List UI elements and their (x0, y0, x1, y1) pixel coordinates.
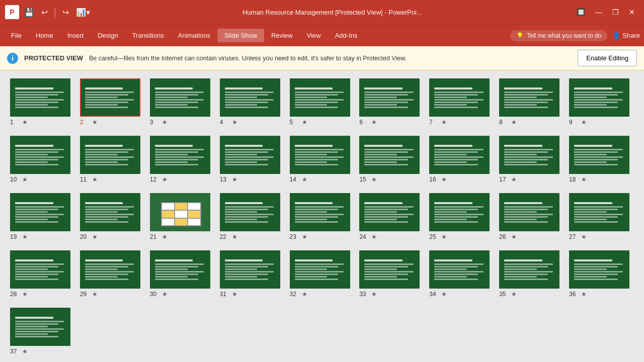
slide-item-37[interactable]: 37 ★ (10, 308, 75, 355)
menu-home[interactable]: Home (29, 29, 60, 42)
star-icon[interactable]: ★ (232, 233, 237, 240)
star-icon[interactable]: ★ (22, 291, 28, 298)
slide-thumbnail[interactable] (359, 78, 420, 117)
slide-item-29[interactable]: 29 ★ (80, 250, 145, 298)
minimize-button[interactable]: — (591, 7, 606, 17)
star-icon[interactable]: ★ (92, 233, 98, 240)
slide-thumbnail[interactable] (10, 78, 70, 117)
slide-item-13[interactable]: 13 ★ (220, 136, 285, 183)
slide-item-19[interactable]: 19 ★ (10, 193, 75, 240)
slide-thumbnail[interactable] (499, 193, 559, 231)
slide-item-12[interactable]: 12 ★ (150, 136, 215, 183)
star-icon[interactable]: ★ (371, 176, 377, 183)
star-icon[interactable]: ★ (441, 233, 447, 240)
slide-thumbnail[interactable] (569, 136, 629, 174)
enable-editing-button[interactable]: Enable Editing (578, 50, 637, 66)
slide-thumbnail[interactable] (150, 136, 210, 174)
slide-thumbnail[interactable] (359, 193, 420, 231)
slide-thumbnail[interactable] (10, 308, 70, 346)
slide-thumbnail[interactable] (150, 193, 210, 231)
slide-thumbnail[interactable] (290, 250, 350, 289)
star-icon[interactable]: ★ (302, 176, 307, 183)
slide-thumbnail[interactable] (429, 78, 490, 117)
slide-item-4[interactable]: 4 ★ (220, 78, 285, 126)
slide-thumbnail[interactable] (150, 250, 210, 289)
redo-button[interactable]: ↪ (60, 7, 71, 18)
star-icon[interactable]: ★ (92, 119, 98, 126)
slide-thumbnail[interactable] (359, 250, 420, 289)
slide-thumbnail[interactable] (429, 136, 490, 174)
slide-item-28[interactable]: 28 ★ (10, 250, 75, 298)
star-icon[interactable]: ★ (232, 119, 237, 126)
slide-thumbnail[interactable] (569, 78, 629, 117)
star-icon[interactable]: ★ (92, 176, 98, 183)
slide-thumbnail[interactable] (220, 78, 280, 117)
star-icon[interactable]: ★ (22, 176, 28, 183)
tell-me-button[interactable]: 💡 Tell me what you want to do (510, 30, 607, 41)
slide-item-33[interactable]: 33 ★ (359, 250, 424, 298)
star-icon[interactable]: ★ (441, 176, 447, 183)
star-icon[interactable]: ★ (162, 119, 168, 126)
slide-item-36[interactable]: 36 ★ (569, 250, 634, 298)
slide-item-24[interactable]: 24 ★ (359, 193, 424, 240)
slide-thumbnail[interactable] (290, 193, 350, 231)
slide-item-20[interactable]: 20 ★ (80, 193, 145, 240)
slide-thumbnail[interactable] (499, 136, 559, 174)
slide-item-31[interactable]: 31 ★ (220, 250, 285, 298)
menu-transitions[interactable]: Transitions (125, 29, 171, 42)
slide-item-23[interactable]: 23 ★ (290, 193, 355, 240)
star-icon[interactable]: ★ (511, 119, 517, 126)
slide-item-8[interactable]: 8 ★ (499, 78, 564, 126)
menu-animations[interactable]: Animations (171, 29, 217, 42)
slide-item-18[interactable]: 18 ★ (569, 136, 634, 183)
slide-item-10[interactable]: 10 ★ (10, 136, 75, 183)
star-icon[interactable]: ★ (162, 176, 168, 183)
slide-item-22[interactable]: 22 ★ (220, 193, 285, 240)
slide-thumbnail[interactable] (80, 250, 140, 289)
slide-item-5[interactable]: 5 ★ (290, 78, 355, 126)
star-icon[interactable]: ★ (22, 119, 28, 126)
star-icon[interactable]: ★ (162, 233, 168, 240)
slide-thumbnail[interactable] (220, 193, 280, 231)
slide-item-11[interactable]: 11 ★ (80, 136, 145, 183)
star-icon[interactable]: ★ (371, 119, 377, 126)
slide-item-14[interactable]: 14 ★ (290, 136, 355, 183)
star-icon[interactable]: ★ (511, 176, 517, 183)
star-icon[interactable]: ★ (581, 176, 587, 183)
slide-thumbnail[interactable] (10, 136, 70, 174)
slide-thumbnail[interactable] (569, 250, 629, 289)
undo-button[interactable]: ↩ (39, 7, 50, 18)
menu-review[interactable]: Review (264, 29, 300, 42)
menu-view[interactable]: View (300, 29, 328, 42)
star-icon[interactable]: ★ (232, 291, 237, 298)
slide-item-25[interactable]: 25 ★ (429, 193, 494, 240)
slide-thumbnail[interactable] (80, 136, 140, 174)
star-icon[interactable]: ★ (441, 119, 447, 126)
save-button[interactable]: 💾 (22, 7, 36, 18)
slide-item-15[interactable]: 15 ★ (359, 136, 424, 183)
restore-button[interactable]: ❐ (608, 7, 623, 17)
slide-item-30[interactable]: 30 ★ (150, 250, 215, 298)
slide-thumbnail[interactable] (429, 250, 490, 289)
slide-item-16[interactable]: 16 ★ (429, 136, 494, 183)
star-icon[interactable]: ★ (371, 233, 377, 240)
slide-item-27[interactable]: 27 ★ (569, 193, 634, 240)
star-icon[interactable]: ★ (302, 233, 307, 240)
star-icon[interactable]: ★ (511, 233, 517, 240)
slide-item-1[interactable]: 1 ★ (10, 78, 75, 126)
star-icon[interactable]: ★ (581, 233, 587, 240)
slide-thumbnail[interactable] (80, 78, 140, 117)
slide-item-3[interactable]: 3 ★ (150, 78, 215, 126)
slide-item-35[interactable]: 35 ★ (499, 250, 564, 298)
menu-file[interactable]: File (4, 29, 29, 42)
slide-item-2[interactable]: 2 ★ (80, 78, 145, 126)
slide-thumbnail[interactable] (569, 193, 629, 231)
menu-addins[interactable]: Add-Ins (328, 29, 365, 42)
star-icon[interactable]: ★ (441, 291, 447, 298)
star-icon[interactable]: ★ (581, 119, 587, 126)
star-icon[interactable]: ★ (162, 291, 168, 298)
slide-thumbnail[interactable] (220, 250, 280, 289)
restore-help-button[interactable]: 🔲 (573, 7, 589, 17)
star-icon[interactable]: ★ (302, 291, 307, 298)
star-icon[interactable]: ★ (92, 291, 98, 298)
